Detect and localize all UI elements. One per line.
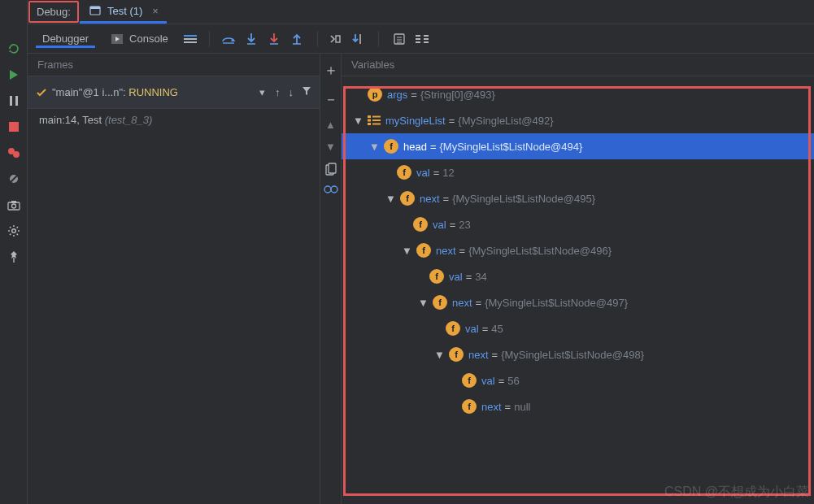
stop-icon[interactable] [6, 119, 22, 135]
svg-rect-21 [90, 7, 100, 9]
chevron-down-icon[interactable]: ▼ [385, 193, 397, 204]
var-val[interactable]: val=12 [342, 159, 814, 185]
drop-frame-icon[interactable] [328, 32, 342, 46]
camera-icon[interactable] [6, 197, 22, 213]
var-next[interactable]: ▼ next={MySingleList$ListNode@495} [342, 185, 814, 211]
step-out-icon[interactable] [289, 32, 304, 46]
svg-point-8 [11, 204, 15, 208]
tab-console[interactable]: Console [103, 28, 175, 50]
run-config-label: Test (1) [107, 5, 142, 17]
threads-icon[interactable] [183, 32, 198, 46]
frames-panel: Frames "main"@1 i...n": RUNNING ▾ ↑ ↓ ma… [28, 54, 320, 504]
down-icon[interactable]: ▼ [325, 141, 336, 153]
run-to-cursor-icon[interactable] [350, 32, 365, 46]
check-icon [36, 88, 47, 98]
chevron-down-icon[interactable]: ▼ [353, 115, 364, 126]
resume-icon[interactable] [6, 67, 22, 83]
close-tab-icon[interactable]: × [152, 5, 159, 17]
svg-line-15 [10, 227, 11, 228]
var-val[interactable]: val=45 [342, 315, 814, 341]
debug-toolwindow-label: Debug: [28, 1, 79, 23]
object-icon [368, 115, 381, 126]
run-config-icon [88, 3, 102, 18]
debug-tabbar: Debug: Test (1) × [28, 0, 814, 24]
variables-panel: ＋ － ▲ ▼ Variables args={String[0]@493} [320, 54, 814, 504]
svg-point-10 [11, 229, 15, 233]
svg-rect-1 [15, 96, 18, 106]
watermark: CSDN @不想成为小白菜 [664, 484, 809, 501]
svg-line-16 [16, 234, 17, 235]
step-over-icon[interactable] [221, 32, 236, 46]
trace-current-stream-icon[interactable] [415, 32, 429, 46]
filter-icon[interactable] [302, 86, 311, 98]
var-val[interactable]: val=34 [342, 263, 814, 289]
step-into-icon[interactable] [244, 32, 259, 46]
chevron-down-icon[interactable]: ▼ [434, 349, 446, 360]
chevron-down-icon[interactable]: ▼ [418, 297, 429, 308]
variables-header: Variables [342, 54, 814, 76]
tab-debugger[interactable]: Debugger [36, 29, 95, 48]
up-icon[interactable]: ▲ [325, 119, 336, 131]
svg-rect-9 [11, 201, 16, 203]
run-config-tab[interactable]: Test (1) × [80, 0, 167, 24]
svg-line-18 [16, 227, 17, 228]
var-args[interactable]: args={String[0]@493} [342, 81, 814, 107]
var-next[interactable]: ▼ next={MySingleList$ListNode@497} [342, 289, 814, 315]
pin-icon[interactable] [6, 249, 22, 265]
force-step-into-icon[interactable] [267, 32, 281, 46]
svg-point-49 [331, 186, 337, 193]
evaluate-icon[interactable] [392, 32, 407, 46]
var-next-null[interactable]: next=null [342, 393, 814, 419]
svg-rect-2 [9, 122, 19, 132]
debugger-toolbar: Debugger Console [28, 24, 814, 54]
var-head[interactable]: ▼ head={MySingleList$ListNode@494} [342, 133, 814, 159]
view-breakpoints-icon[interactable] [6, 145, 22, 161]
svg-rect-52 [368, 119, 371, 122]
thread-name: "main"@1 i...n": RUNNING [52, 86, 255, 98]
var-val[interactable]: val=23 [342, 211, 814, 237]
settings-icon[interactable] [6, 223, 22, 239]
chevron-down-icon[interactable]: ▼ [402, 245, 413, 256]
prev-frame-icon[interactable]: ↑ [275, 86, 281, 98]
svg-point-48 [324, 186, 331, 193]
svg-point-4 [13, 151, 20, 158]
svg-rect-51 [368, 115, 371, 118]
variables-tree[interactable]: args={String[0]@493} ▼ mySingleList={MyS… [342, 76, 814, 504]
copy-icon[interactable] [325, 163, 337, 176]
add-watch-icon[interactable]: ＋ [324, 60, 338, 80]
chevron-down-icon[interactable]: ▼ [369, 141, 381, 152]
svg-rect-33 [336, 36, 340, 42]
vars-gutter: ＋ － ▲ ▼ [320, 54, 342, 504]
svg-line-17 [10, 234, 11, 235]
var-mysinglelist[interactable]: ▼ mySingleList={MySingleList@492} [342, 107, 814, 133]
glasses-icon[interactable] [324, 185, 338, 193]
svg-rect-53 [368, 123, 371, 125]
console-play-icon [110, 32, 124, 46]
svg-rect-0 [10, 96, 12, 106]
side-gutter [0, 0, 28, 504]
stack-frame[interactable]: main:14, Test (test_8_3) [28, 109, 320, 131]
mute-breakpoints-icon[interactable] [6, 171, 22, 187]
remove-watch-icon[interactable]: － [324, 89, 338, 109]
rerun-icon[interactable] [6, 41, 22, 57]
thread-selector[interactable]: "main"@1 i...n": RUNNING ▾ ↑ ↓ [28, 76, 320, 109]
next-frame-icon[interactable]: ↓ [289, 86, 294, 98]
pause-icon[interactable] [6, 93, 22, 109]
var-next[interactable]: ▼ next={MySingleList$ListNode@496} [342, 237, 814, 263]
frames-header: Frames [28, 54, 320, 76]
svg-rect-47 [329, 163, 336, 173]
var-next[interactable]: ▼ next={MySingleList$ListNode@498} [342, 341, 814, 367]
chevron-down-icon[interactable]: ▾ [259, 86, 265, 98]
var-val[interactable]: val=56 [342, 367, 814, 393]
